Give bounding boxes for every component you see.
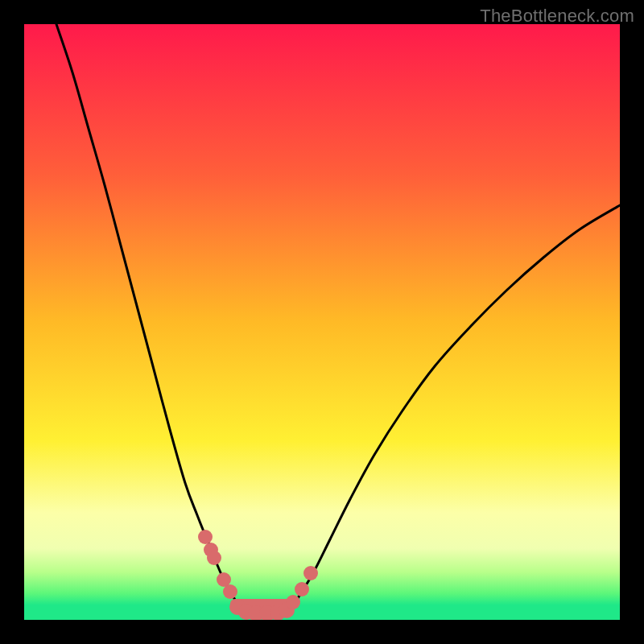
chart-overlay (24, 24, 620, 620)
valley-marker (286, 595, 300, 609)
right-curve-line (286, 205, 620, 612)
chart-frame (24, 24, 620, 620)
valley-marker (295, 582, 309, 597)
valley-marker (223, 584, 237, 599)
left-curve-line (56, 24, 246, 612)
valley-marker (303, 566, 318, 580)
valley-markers-group (198, 530, 318, 620)
valley-marker (207, 551, 221, 565)
valley-marker (198, 530, 213, 544)
